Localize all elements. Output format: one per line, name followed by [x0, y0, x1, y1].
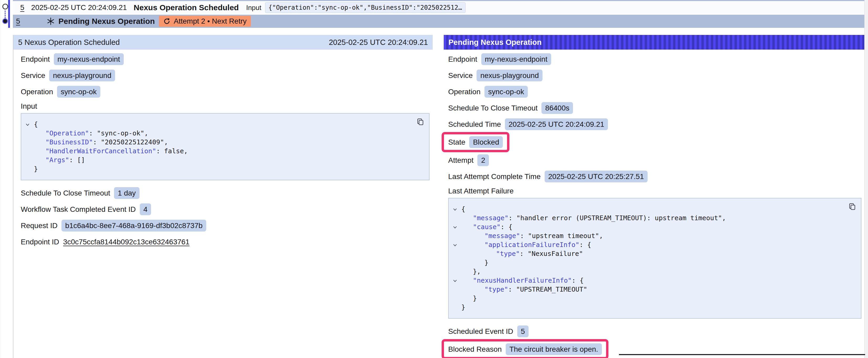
field-row-state: StateBlocked — [442, 132, 509, 152]
field-row-operation: Operationsync-op-ok — [448, 86, 862, 98]
code-gutter — [21, 165, 34, 167]
code-gutter — [449, 258, 461, 260]
collapse-chevron-icon[interactable] — [449, 223, 461, 230]
json-key: "BusinessID" — [45, 138, 93, 147]
field-row-service: Servicenexus-playground — [448, 70, 862, 82]
event-detail-panel-pending: Pending Nexus Operation Endpointmy-nexus… — [444, 35, 865, 358]
code-gutter — [449, 285, 461, 287]
json-text: } — [461, 303, 465, 312]
json-key: "applicationFailureInfo" — [485, 240, 579, 249]
event-title: Pending Nexus Operation — [59, 17, 155, 26]
timeline-node-current-icon — [2, 19, 8, 24]
json-text: : false, — [156, 147, 188, 156]
panel-title: 5 Nexus Operation Scheduled — [18, 38, 120, 47]
event-detail-label: Input — [246, 4, 261, 12]
event-id-link[interactable]: 5 — [16, 17, 20, 26]
json-text: : "handler error (UPSTREAM_TIMEOUT): ups… — [508, 214, 726, 223]
field-label: Schedule To Close Timeout — [448, 104, 537, 112]
timeline-node-open-icon — [2, 4, 8, 9]
json-text: : [] — [69, 156, 85, 165]
field-value-badge: 2 — [477, 154, 489, 166]
copy-button[interactable] — [847, 202, 857, 211]
field-label: Attempt — [448, 156, 473, 165]
json-line: { — [449, 205, 856, 214]
field-label: Request ID — [21, 222, 58, 230]
json-line: } — [449, 294, 856, 303]
field-value-badge: 1 day — [114, 187, 140, 199]
field-label: Blocked Reason — [448, 345, 502, 354]
retry-icon — [163, 18, 170, 25]
field-value-badge: 86400s — [541, 102, 573, 114]
field-row-schedule-to-close-timeout: Schedule To Close Timeout86400s — [448, 102, 862, 114]
collapse-chevron-icon[interactable] — [449, 205, 461, 212]
copy-button[interactable] — [415, 117, 425, 127]
field-row-attempt: Attempt2 — [448, 154, 862, 166]
json-line: } — [449, 303, 856, 312]
field-label: Schedule To Close Timeout — [21, 189, 110, 197]
json-line: "type": "NexusFailure" — [449, 249, 856, 258]
json-text: : { — [500, 223, 512, 231]
json-text: : "upstream timeout", — [520, 231, 603, 240]
timeline-connector — [5, 10, 5, 19]
collapse-chevron-icon[interactable] — [21, 120, 34, 127]
json-line: } — [449, 258, 856, 267]
json-line: "Operation": "sync-op-ok", — [21, 129, 424, 138]
field-value-badge: 5 — [517, 325, 529, 337]
code-gutter — [21, 138, 34, 140]
history-row-scheduled[interactable]: 5 2025-02-25 UTC 20:24:09.21 Nexus Opera… — [13, 1, 865, 14]
field-row-workflow-task-completed-event-id: Workflow Task Completed Event ID4 — [21, 203, 430, 215]
field-value-badge: nexus-playground — [49, 70, 115, 82]
json-line: } — [21, 165, 424, 173]
json-text: : { — [579, 240, 591, 249]
code-gutter — [449, 267, 461, 269]
json-line: "Args": [] — [21, 156, 424, 165]
json-key: "nexusHandlerFailureInfo" — [473, 276, 572, 285]
field-row-service: Servicenexus-playground — [21, 70, 430, 82]
code-gutter — [449, 303, 461, 305]
field-row-endpoint: Endpointmy-nexus-endpoint — [448, 53, 862, 65]
code-gutter — [21, 147, 34, 149]
panel-title: Pending Nexus Operation — [448, 38, 542, 47]
input-json-viewer: {"Operation": "sync-op-ok","BusinessID":… — [21, 113, 430, 180]
field-label: Operation — [448, 88, 480, 96]
json-text: : "sync-op-ok", — [89, 129, 149, 138]
collapse-chevron-icon[interactable] — [449, 276, 461, 284]
json-key: "type" — [485, 285, 508, 294]
field-label: Operation — [21, 88, 53, 96]
json-key: "message" — [473, 214, 508, 223]
history-row-pending[interactable]: 5 Pending Nexus Operation Attempt 2 • Ne… — [13, 15, 865, 28]
details-bottom-border — [619, 354, 865, 355]
json-key: "cause" — [473, 223, 500, 231]
json-text: : "NexusFailure" — [520, 249, 583, 258]
json-key: "Operation" — [45, 129, 89, 138]
json-line: "message": "upstream timeout", — [449, 231, 856, 240]
field-value-badge: my-nexus-endpoint — [54, 53, 124, 65]
json-text: : { — [572, 276, 584, 285]
json-text: } — [473, 294, 477, 303]
retry-badge-label: Attempt 2 • Next Retry — [174, 17, 246, 26]
event-id-link[interactable]: 5 — [20, 3, 25, 12]
field-label: Last Attempt Complete Time — [448, 172, 541, 181]
code-gutter — [449, 294, 461, 296]
field-row-schedule-to-close-timeout: Schedule To Close Timeout1 day — [21, 187, 430, 199]
input-group-label: Input — [21, 102, 430, 110]
collapse-chevron-icon[interactable] — [449, 240, 461, 248]
failure-json-viewer: {"message": "handler error (UPSTREAM_TIM… — [448, 198, 862, 319]
code-gutter — [449, 231, 461, 234]
json-text: : "UPSTREAM_TIMEOUT" — [508, 285, 587, 294]
json-text: }, — [473, 267, 481, 276]
field-value-badge: 4 — [140, 203, 151, 215]
field-value-badge: The circuit breaker is open. — [506, 343, 602, 355]
panel-time: 2025-02-25 UTC 20:24:09.21 — [329, 38, 428, 47]
field-row-endpoint: Endpointmy-nexus-endpoint — [21, 53, 430, 65]
field-value-badge: my-nexus-endpoint — [481, 53, 551, 65]
field-row-scheduled-time: Scheduled Time2025-02-25 UTC 20:24:09.21 — [448, 118, 862, 130]
code-gutter — [21, 129, 34, 131]
vertical-scrollbar[interactable] — [864, 0, 868, 358]
code-gutter — [21, 156, 34, 158]
endpoint-id-link[interactable]: 3c0c75ccfa8144b092c13ce632463761 — [63, 236, 189, 248]
field-row-last-attempt-complete-time: Last Attempt Complete Time2025-02-25 UTC… — [448, 171, 862, 183]
code-gutter — [449, 249, 461, 252]
field-row-scheduled-event-id: Scheduled Event ID5 — [448, 325, 862, 337]
field-label: Scheduled Event ID — [448, 327, 513, 336]
